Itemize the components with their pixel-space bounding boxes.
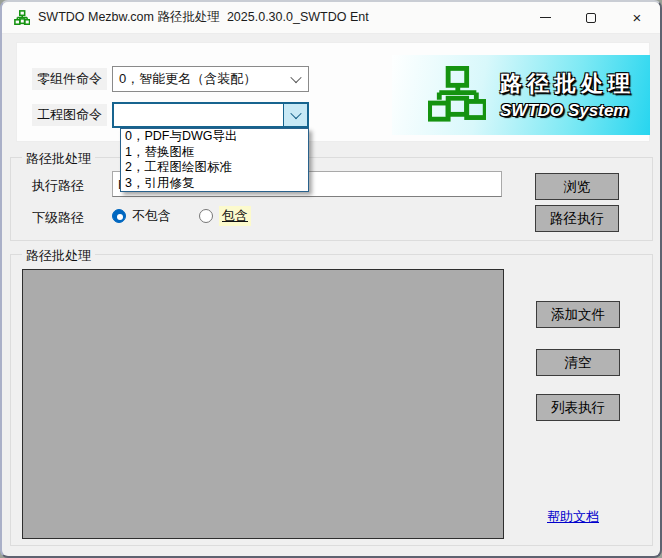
- drawing-command-combobox[interactable]: [112, 102, 309, 128]
- banner-text: 路径批处理 SWTDO System: [500, 69, 635, 121]
- window-title: SWTDO Mezbw.com 路径批处理 2025.0.30.0_SWTDO …: [38, 9, 369, 26]
- radio-include-label: 包含: [219, 206, 251, 226]
- sub-path-label: 下级路径: [32, 209, 84, 227]
- part-command-value: 0，智能更名（含装配）: [119, 70, 256, 88]
- banner-subtitle: SWTDO System: [500, 101, 635, 121]
- minimize-icon: [540, 17, 551, 18]
- list-execute-button[interactable]: 列表执行: [536, 394, 620, 421]
- radio-selected-icon: [112, 209, 126, 223]
- clear-button[interactable]: 清空: [536, 349, 620, 376]
- drawing-command-dropdown-button[interactable]: [283, 104, 307, 126]
- dropdown-option[interactable]: 0，PDF与DWG导出: [121, 129, 308, 144]
- list-group-title: 路径批处理: [22, 247, 95, 265]
- drawing-command-label: 工程图命令: [32, 104, 107, 126]
- help-doc-link[interactable]: 帮助文档: [547, 508, 599, 526]
- dropdown-option[interactable]: 3，引用修复: [121, 176, 308, 191]
- path-execute-button[interactable]: 路径执行: [535, 205, 619, 232]
- minimize-button[interactable]: [522, 2, 568, 33]
- app-window: SWTDO Mezbw.com 路径批处理 2025.0.30.0_SWTDO …: [0, 0, 662, 558]
- dropdown-option[interactable]: 2，工程图绘图标准: [121, 160, 308, 175]
- drawing-command-dropdown-list: 0，PDF与DWG导出 1，替换图框 2，工程图绘图标准 3，引用修复: [120, 128, 309, 192]
- part-command-combobox[interactable]: 0，智能更名（含装配）: [112, 66, 309, 92]
- add-file-button[interactable]: 添加文件: [536, 301, 620, 328]
- brand-banner: 路径批处理 SWTDO System: [392, 55, 650, 135]
- radio-unselected-icon: [199, 209, 213, 223]
- title-bar: SWTDO Mezbw.com 路径批处理 2025.0.30.0_SWTDO …: [2, 2, 660, 34]
- banner-title: 路径批处理: [500, 69, 635, 99]
- close-icon: ×: [633, 10, 642, 25]
- part-command-dropdown-button[interactable]: [284, 67, 308, 91]
- path-group-title: 路径批处理: [22, 150, 95, 168]
- maximize-icon: [586, 13, 596, 23]
- file-listbox[interactable]: [22, 269, 504, 539]
- sub-path-radio-group: 不包含 包含: [112, 206, 251, 226]
- chevron-down-icon: [290, 108, 301, 119]
- window-controls: ×: [522, 2, 660, 33]
- radio-exclude[interactable]: 不包含: [112, 207, 171, 225]
- browse-button[interactable]: 浏览: [535, 173, 619, 200]
- app-org-chart-icon: [14, 10, 30, 26]
- maximize-button[interactable]: [568, 2, 614, 33]
- chevron-down-icon: [290, 72, 301, 83]
- radio-exclude-label: 不包含: [132, 207, 171, 225]
- dropdown-option[interactable]: 1，替换图框: [121, 145, 308, 160]
- radio-include[interactable]: 包含: [199, 206, 251, 226]
- part-command-label: 零组件命令: [32, 68, 107, 90]
- org-chart-logo-icon: [428, 66, 486, 124]
- exec-path-label: 执行路径: [32, 177, 84, 195]
- close-button[interactable]: ×: [614, 2, 660, 33]
